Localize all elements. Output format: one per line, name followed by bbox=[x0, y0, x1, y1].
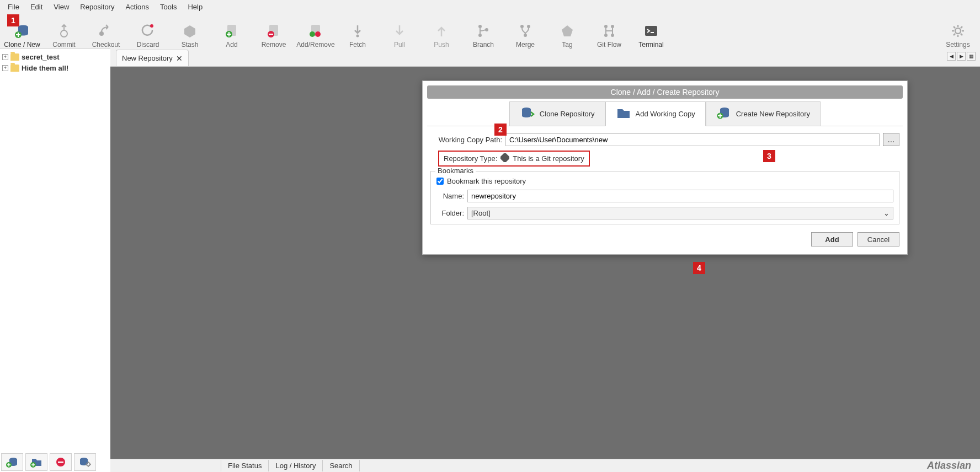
toolbar-gitflow[interactable]: Git Flow bbox=[592, 17, 627, 49]
tabstrip-prev-button[interactable]: ◀ bbox=[947, 52, 956, 61]
callout-3: 3 bbox=[763, 150, 775, 162]
bookmark-checkbox[interactable]: Bookmark this repository bbox=[436, 177, 893, 185]
toolbar-merge[interactable]: Merge bbox=[508, 17, 543, 49]
status-bar: File Status Log / History Search Atlassi… bbox=[110, 459, 980, 472]
database-clone-icon bbox=[520, 106, 535, 121]
toolbar-add[interactable]: Add bbox=[214, 17, 249, 49]
tree-label: secret_test bbox=[22, 53, 60, 61]
toolbar-tag[interactable]: Tag bbox=[550, 17, 585, 49]
toolbar-label: Settings bbox=[946, 41, 970, 49]
toolbar-label: Add/Remove bbox=[296, 41, 334, 49]
name-input[interactable] bbox=[467, 190, 893, 202]
toolbar-discard[interactable]: Discard bbox=[130, 17, 166, 49]
toolbar-label: Commit bbox=[52, 41, 75, 49]
svg-rect-23 bbox=[645, 26, 657, 36]
toolbar-label: Fetch bbox=[349, 41, 366, 49]
tree-item[interactable]: + secret_test bbox=[2, 51, 108, 62]
svg-point-13 bbox=[478, 25, 482, 28]
svg-point-17 bbox=[527, 25, 530, 28]
menu-edit[interactable]: Edit bbox=[25, 2, 48, 12]
sidebar-settings-button[interactable] bbox=[74, 453, 96, 471]
clone-add-create-dialog: Clone / Add / Create Repository Clone Re… bbox=[422, 81, 908, 255]
toolbar-commit[interactable]: Commit bbox=[46, 17, 82, 49]
toolbar: Clone / New Commit Checkout Discard Stas… bbox=[0, 13, 980, 49]
menu-file[interactable]: File bbox=[2, 2, 25, 12]
toolbar-label: Terminal bbox=[638, 41, 663, 49]
dialog-tab-clone[interactable]: Clone Repository bbox=[509, 101, 605, 126]
toolbar-label: Merge bbox=[516, 41, 535, 49]
menu-actions[interactable]: Actions bbox=[120, 2, 155, 12]
status-tab-file[interactable]: File Status bbox=[221, 460, 269, 471]
tabstrip-menu-button[interactable]: ▦ bbox=[967, 52, 976, 61]
folder-icon bbox=[10, 65, 19, 72]
dialog-tab-add[interactable]: Add Working Copy bbox=[605, 101, 706, 126]
repository-type-indicator: Repository Type: This is a Git repositor… bbox=[438, 151, 590, 167]
working-copy-path-input[interactable] bbox=[505, 133, 880, 146]
toolbar-label: Tag bbox=[562, 41, 572, 49]
expand-icon[interactable]: + bbox=[2, 54, 8, 60]
svg-point-12 bbox=[356, 35, 359, 37]
bookmark-checkbox-input[interactable] bbox=[436, 178, 444, 185]
chevron-down-icon: ⌄ bbox=[883, 209, 890, 217]
svg-point-24 bbox=[955, 28, 961, 34]
branch-icon bbox=[476, 23, 491, 39]
toolbar-label: Add bbox=[226, 41, 237, 49]
bookmarks-fieldset: Bookmarks Bookmark this repository Name:… bbox=[430, 171, 899, 224]
toolbar-label: Checkout bbox=[92, 41, 120, 49]
toolbar-branch[interactable]: Branch bbox=[466, 17, 501, 49]
merge-icon bbox=[518, 23, 533, 39]
gitflow-icon bbox=[601, 23, 617, 39]
callout-1: 1 bbox=[7, 14, 19, 26]
sidebar-remove-button[interactable] bbox=[50, 453, 72, 471]
toolbar-settings[interactable]: Settings bbox=[940, 17, 976, 49]
toolbar-stash[interactable]: Stash bbox=[172, 17, 207, 49]
status-tab-log[interactable]: Log / History bbox=[269, 460, 323, 471]
menu-tools[interactable]: Tools bbox=[155, 2, 182, 12]
toolbar-push[interactable]: Push bbox=[424, 17, 459, 49]
dialog-tab-create[interactable]: Create New Repository bbox=[706, 101, 821, 126]
sidebar-add-folder-button[interactable] bbox=[25, 453, 47, 471]
tree-item[interactable]: + Hide them all! bbox=[2, 62, 108, 73]
callout-4: 4 bbox=[693, 262, 705, 274]
bookmarks-legend: Bookmarks bbox=[435, 167, 476, 175]
document-tab[interactable]: New Repository ✕ bbox=[116, 50, 189, 66]
bookmark-checkbox-label: Bookmark this repository bbox=[447, 177, 526, 185]
fetch-icon bbox=[350, 23, 365, 39]
tabstrip-next-button[interactable]: ▶ bbox=[957, 52, 966, 61]
toolbar-pull[interactable]: Pull bbox=[382, 17, 417, 49]
tag-icon bbox=[560, 23, 575, 39]
cancel-button[interactable]: Cancel bbox=[858, 232, 899, 246]
browse-button[interactable]: … bbox=[883, 133, 899, 146]
menu-bar: File Edit View Repository Actions Tools … bbox=[0, 0, 980, 13]
expand-icon[interactable]: + bbox=[2, 65, 8, 71]
svg-point-21 bbox=[604, 34, 608, 37]
sidebar-add-repo-button[interactable] bbox=[1, 453, 23, 471]
folder-icon bbox=[10, 53, 19, 61]
toolbar-label: Remove bbox=[262, 41, 286, 49]
toolbar-fetch[interactable]: Fetch bbox=[340, 17, 375, 49]
svg-point-2 bbox=[61, 30, 67, 37]
brand-label: Atlassian bbox=[927, 460, 980, 471]
svg-point-16 bbox=[520, 25, 524, 28]
menu-repository[interactable]: Repository bbox=[74, 2, 120, 12]
svg-point-20 bbox=[611, 25, 614, 28]
toolbar-remove[interactable]: Remove bbox=[256, 17, 291, 49]
folder-select-value: [Root] bbox=[471, 209, 491, 217]
git-icon bbox=[500, 153, 509, 164]
folder-select[interactable]: [Root] ⌄ bbox=[467, 207, 893, 219]
toolbar-label: Stash bbox=[182, 41, 199, 49]
toolbar-label: Clone / New bbox=[4, 41, 40, 49]
add-button[interactable]: Add bbox=[811, 232, 853, 246]
toolbar-addremove[interactable]: Add/Remove bbox=[298, 17, 333, 49]
svg-point-11 bbox=[315, 31, 321, 37]
toolbar-checkout[interactable]: Checkout bbox=[88, 17, 124, 49]
close-icon[interactable]: ✕ bbox=[176, 54, 183, 63]
menu-view[interactable]: View bbox=[48, 2, 74, 12]
menu-help[interactable]: Help bbox=[182, 2, 208, 12]
toolbar-label: Discard bbox=[137, 41, 159, 49]
name-label: Name: bbox=[436, 192, 464, 200]
commit-icon bbox=[56, 23, 72, 39]
toolbar-terminal[interactable]: Terminal bbox=[633, 17, 669, 49]
status-tab-search[interactable]: Search bbox=[323, 460, 359, 471]
database-new-icon bbox=[716, 106, 732, 121]
